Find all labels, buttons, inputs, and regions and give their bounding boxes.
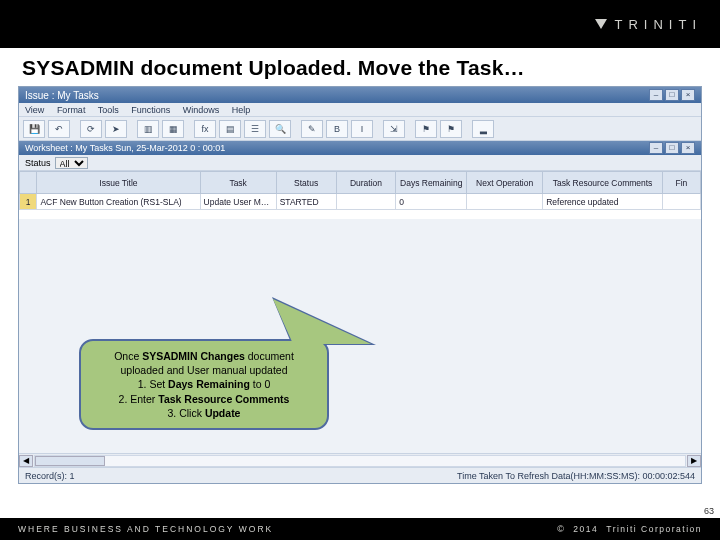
header-row: Issue Title Task Status Duration Days Re… bbox=[20, 172, 701, 194]
maximize-button[interactable]: □ bbox=[665, 89, 679, 101]
refresh-icon[interactable]: ⟳ bbox=[80, 120, 102, 138]
scroll-left-icon[interactable]: ◀ bbox=[19, 455, 33, 467]
flag2-icon[interactable]: ⚑ bbox=[440, 120, 462, 138]
cell-issue-title[interactable]: ACF New Button Creation (RS1-SLA) bbox=[37, 194, 200, 210]
col-status[interactable]: Status bbox=[276, 172, 336, 194]
undo-icon[interactable]: ↶ bbox=[48, 120, 70, 138]
cell-task[interactable]: Update User Manual bbox=[200, 194, 276, 210]
scroll-thumb[interactable] bbox=[35, 456, 105, 466]
ws-maximize-button[interactable]: □ bbox=[665, 142, 679, 154]
record-count: Record(s): 1 bbox=[25, 471, 75, 481]
status-bar: Record(s): 1 Time Taken To Refresh Data(… bbox=[19, 467, 701, 483]
bold-icon[interactable]: B bbox=[326, 120, 348, 138]
footer-year: 2014 bbox=[573, 524, 598, 534]
scroll-track[interactable] bbox=[34, 455, 686, 467]
grid-empty-area: Once SYSADMIN Changes document uploaded … bbox=[19, 219, 701, 471]
status-label: Status bbox=[25, 158, 51, 168]
col-next-operation[interactable]: Next Operation bbox=[467, 172, 543, 194]
cell-fin[interactable] bbox=[662, 194, 700, 210]
grid-icon[interactable]: ▤ bbox=[219, 120, 241, 138]
toolbar: 💾 ↶ ⟳ ➤ ▥ ▦ fx ▤ ☰ 🔍 ✎ B I ⇲ ⚑ ⚑ ▂ bbox=[19, 117, 701, 141]
brand-mark-icon bbox=[595, 19, 607, 29]
brand: TRINITI bbox=[595, 17, 703, 32]
menu-view[interactable]: View bbox=[25, 105, 44, 115]
save-icon[interactable]: 💾 bbox=[23, 120, 45, 138]
table-row[interactable]: 1 ACF New Button Creation (RS1-SLA) Upda… bbox=[20, 194, 701, 210]
worksheet-title: Worksheet : My Tasks Sun, 25-Mar-2012 0 … bbox=[25, 143, 225, 153]
window-buttons: – □ × bbox=[649, 89, 695, 101]
menubar: View Format Tools Functions Windows Help bbox=[19, 103, 701, 117]
footer-corp: Triniti Corporation bbox=[606, 524, 702, 534]
menu-tools[interactable]: Tools bbox=[98, 105, 119, 115]
status-filter-row: Status All bbox=[19, 155, 701, 171]
app-titlebar: Issue : My Tasks – □ × bbox=[19, 87, 701, 103]
cell-days-remaining[interactable]: 0 bbox=[396, 194, 467, 210]
new-icon[interactable]: ▥ bbox=[137, 120, 159, 138]
copyright-symbol: © bbox=[557, 524, 565, 534]
write-icon[interactable]: ✎ bbox=[301, 120, 323, 138]
col-fin[interactable]: Fin bbox=[662, 172, 700, 194]
col-task[interactable]: Task bbox=[200, 172, 276, 194]
italic-icon[interactable]: I bbox=[351, 120, 373, 138]
flag-icon[interactable]: ⚑ bbox=[415, 120, 437, 138]
worksheet-titlebar: Worksheet : My Tasks Sun, 25-Mar-2012 0 … bbox=[19, 141, 701, 155]
close-button[interactable]: × bbox=[681, 89, 695, 101]
callout-tail bbox=[265, 299, 371, 344]
ws-minimize-button[interactable]: – bbox=[649, 142, 663, 154]
page-number: 63 bbox=[704, 506, 714, 516]
col-duration[interactable]: Duration bbox=[336, 172, 396, 194]
scroll-right-icon[interactable]: ▶ bbox=[687, 455, 701, 467]
list-icon[interactable]: ☰ bbox=[244, 120, 266, 138]
col-issue-title[interactable]: Issue Title bbox=[37, 172, 200, 194]
app-title: Issue : My Tasks bbox=[25, 90, 99, 101]
refresh-timing: Time Taken To Refresh Data(HH:MM:SS:MS):… bbox=[457, 471, 695, 481]
cell-status[interactable]: STARTED bbox=[276, 194, 336, 210]
menu-help[interactable]: Help bbox=[232, 105, 251, 115]
cell-duration[interactable] bbox=[336, 194, 396, 210]
menu-windows[interactable]: Windows bbox=[183, 105, 220, 115]
col-days-remaining[interactable]: Days Remaining bbox=[396, 172, 467, 194]
cell-next-operation[interactable] bbox=[467, 194, 543, 210]
export-icon[interactable]: ⇲ bbox=[383, 120, 405, 138]
search-icon[interactable]: 🔍 bbox=[269, 120, 291, 138]
menu-format[interactable]: Format bbox=[57, 105, 86, 115]
rownum-header bbox=[20, 172, 37, 194]
cell-task-resource-comments[interactable]: Reference updated bbox=[543, 194, 663, 210]
ws-close-button[interactable]: × bbox=[681, 142, 695, 154]
status-dropdown[interactable]: All bbox=[55, 157, 88, 169]
brand-bar: TRINITI bbox=[0, 0, 720, 48]
footer-tagline: WHERE BUSINESS AND TECHNOLOGY WORK bbox=[18, 524, 273, 534]
minimize-button[interactable]: – bbox=[649, 89, 663, 101]
row-number: 1 bbox=[20, 194, 37, 210]
col-task-resource-comments[interactable]: Task Resource Comments bbox=[543, 172, 663, 194]
footer-bar: WHERE BUSINESS AND TECHNOLOGY WORK © 201… bbox=[0, 518, 720, 540]
lock-icon[interactable]: ▦ bbox=[162, 120, 184, 138]
arrow-icon[interactable]: ➤ bbox=[105, 120, 127, 138]
function-icon[interactable]: fx bbox=[194, 120, 216, 138]
chart-icon[interactable]: ▂ bbox=[472, 120, 494, 138]
horizontal-scrollbar[interactable]: ◀ ▶ bbox=[19, 453, 701, 467]
menu-functions[interactable]: Functions bbox=[131, 105, 170, 115]
slide-title: SYSADMIN document Uploaded. Move the Tas… bbox=[0, 48, 720, 86]
instruction-callout: Once SYSADMIN Changes document uploaded … bbox=[79, 339, 329, 430]
data-grid: Issue Title Task Status Duration Days Re… bbox=[19, 171, 701, 219]
brand-name: TRINITI bbox=[615, 17, 703, 32]
app-window: Issue : My Tasks – □ × View Format Tools… bbox=[18, 86, 702, 484]
